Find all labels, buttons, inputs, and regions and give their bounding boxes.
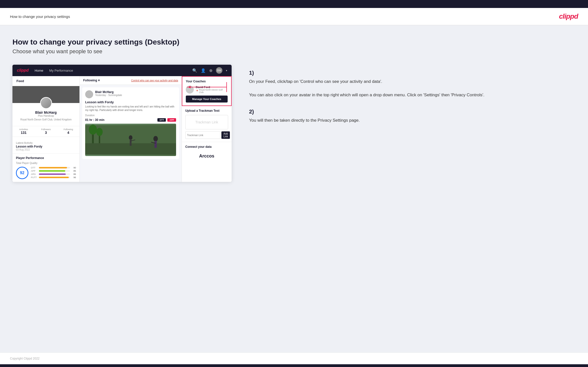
instruction-1-text: On your Feed, click/tap on 'Control who … — [249, 78, 576, 99]
trackman-title: Upload a Trackman Test — [185, 109, 228, 112]
instructions: 1) On your Feed, click/tap on 'Control w… — [244, 65, 576, 134]
stat-activities-label: Activities — [13, 128, 34, 131]
header-title: How to change your privacy settings — [10, 14, 70, 19]
bar-putt-val: 96 — [71, 176, 76, 179]
svg-rect-6 — [130, 139, 131, 146]
bar-ott-val: 90 — [71, 166, 76, 169]
bar-putt: PUTT 96 — [31, 176, 76, 179]
copyright-text: Copyright Clippd 2022 — [10, 357, 40, 360]
nav-link-home[interactable]: Home — [35, 69, 43, 72]
avatar-initials: BM — [217, 69, 221, 72]
connect-section: Connect your data Arccos — [182, 142, 232, 164]
stat-followers-label: Followers — [36, 128, 56, 131]
following-bar: Following ▾ Control who can see your act… — [80, 76, 182, 85]
header: How to change your privacy settings clip… — [0, 8, 588, 25]
following-label: Following — [83, 79, 97, 82]
bar-putt-label: PUTT — [31, 176, 38, 179]
trackman-input[interactable] — [185, 131, 220, 139]
coach-avatar — [186, 86, 194, 94]
right-panel: Your Coaches David Ford 📍 Royal North De… — [182, 76, 232, 182]
main-content: How to change your privacy settings (Des… — [0, 25, 588, 353]
svg-point-11 — [96, 128, 103, 136]
latest-activity-name: Lesson with Fordy — [16, 145, 76, 148]
bar-putt-fill — [39, 177, 69, 178]
instruction-1: 1) On your Feed, click/tap on 'Control w… — [249, 70, 576, 99]
bar-app-track — [39, 170, 70, 172]
coach-item: David Ford 📍 Royal North Devon Golf Club — [186, 86, 228, 94]
profile-badge: Plus Handicap — [15, 114, 76, 117]
feed-tab[interactable]: Feed — [12, 76, 79, 86]
nav-link-my-performance[interactable]: My Performance — [49, 69, 73, 72]
profile-avatar — [40, 97, 52, 109]
coach-info: David Ford 📍 Royal North Devon Golf Club — [196, 86, 228, 94]
stat-following-label: Following — [58, 128, 78, 131]
bar-app-label: APP — [31, 170, 38, 172]
bottom-bar — [0, 364, 588, 367]
manage-coaches-button[interactable]: Manage Your Coaches — [186, 96, 228, 103]
copyright: Copyright Clippd 2022 — [0, 353, 588, 364]
bar-app-fill — [39, 170, 65, 172]
activity-duration-value: 01 hr : 30 min — [85, 118, 104, 122]
demo-layout: clippd Home My Performance 🔍 👤 ⊕ BM ▾ F — [12, 65, 576, 182]
bar-arg-val: 86 — [71, 173, 76, 175]
mid-panel: Following ▾ Control who can see your act… — [80, 76, 182, 182]
app-body: Feed Blair McHarg Plus Handicap Royal No… — [12, 76, 232, 182]
connect-title: Connect your data — [185, 145, 228, 149]
coach-name: David Ford — [196, 86, 228, 89]
following-button[interactable]: Following ▾ — [83, 79, 100, 82]
add-link-button[interactable]: Add Link — [221, 131, 230, 139]
latest-activity-label: Latest Activity — [16, 141, 76, 144]
chevron-down-icon[interactable]: ▾ — [226, 69, 227, 72]
bar-arg-label: ARG — [31, 173, 38, 175]
tag-ott: OTT — [157, 118, 166, 122]
activity-duration-label: Duration — [85, 114, 176, 117]
coach-club: 📍 Royal North Devon Golf Club — [196, 89, 228, 94]
trackman-placeholder: Trackman Link — [185, 115, 228, 129]
activity-title: Lesson with Fordy — [85, 100, 176, 104]
instruction-1-num: 1) — [249, 70, 576, 76]
profile-name: Blair McHarg — [15, 110, 76, 114]
quality-bars: OTT 90 APP — [31, 166, 76, 179]
profile-club: Royal North Devon Golf Club, United King… — [15, 118, 76, 121]
person-icon[interactable]: 👤 — [201, 68, 206, 73]
quality-label: Total Player Quality — [16, 162, 76, 164]
clippd-logo: clippd — [559, 12, 578, 20]
player-performance: Player Performance Total Player Quality … — [12, 154, 79, 182]
avatar[interactable]: BM — [216, 67, 222, 74]
svg-rect-3 — [154, 141, 157, 148]
perf-title: Player Performance — [16, 156, 76, 160]
activity-header: Blair McHarg Yesterday · Sunningdale — [85, 90, 176, 98]
page-heading: How to change your privacy settings (Des… — [12, 38, 576, 46]
stat-followers-value: 3 — [36, 131, 56, 135]
activity-image — [85, 124, 176, 156]
control-link[interactable]: Control who can see your activity and da… — [131, 79, 178, 82]
bar-putt-track — [39, 177, 70, 178]
page-subheading: Choose what you want people to see — [12, 48, 576, 55]
stat-activities-value: 131 — [13, 131, 34, 135]
svg-point-9 — [89, 125, 97, 135]
profile-stats: Activities 131 Followers 3 Following 4 — [12, 126, 79, 137]
bar-ott-track — [39, 167, 70, 168]
coaches-title: Your Coaches — [186, 80, 228, 83]
bar-ott-label: OTT — [31, 166, 38, 169]
bar-arg-fill — [39, 173, 66, 175]
activity-tags: OTT APP — [157, 118, 176, 122]
latest-activity: Latest Activity Lesson with Fordy 03 Aug… — [12, 139, 79, 154]
bar-app: APP 85 — [31, 170, 76, 172]
trackman-section: Upload a Trackman Test Trackman Link Add… — [182, 106, 232, 142]
stat-following-value: 4 — [58, 131, 78, 135]
profile-avatar-image — [41, 98, 51, 108]
left-panel: Feed Blair McHarg Plus Handicap Royal No… — [12, 76, 80, 182]
latest-activity-date: 03 Aug 2022 — [16, 148, 76, 151]
svg-point-5 — [129, 135, 132, 140]
svg-point-2 — [153, 136, 158, 141]
top-bar — [0, 0, 588, 8]
activity-desc: Looking to feel like my hands are exitin… — [85, 105, 176, 112]
search-icon[interactable]: 🔍 — [192, 68, 197, 73]
coaches-highlight-wrapper: Your Coaches David Ford 📍 Royal North De… — [182, 76, 232, 106]
stat-activities: Activities 131 — [12, 126, 35, 137]
bar-ott-fill — [39, 167, 67, 168]
activity-user-info: Blair McHarg Yesterday · Sunningdale — [95, 90, 122, 97]
app-navbar: clippd Home My Performance 🔍 👤 ⊕ BM ▾ — [12, 65, 232, 76]
plus-circle-icon[interactable]: ⊕ — [209, 68, 212, 73]
